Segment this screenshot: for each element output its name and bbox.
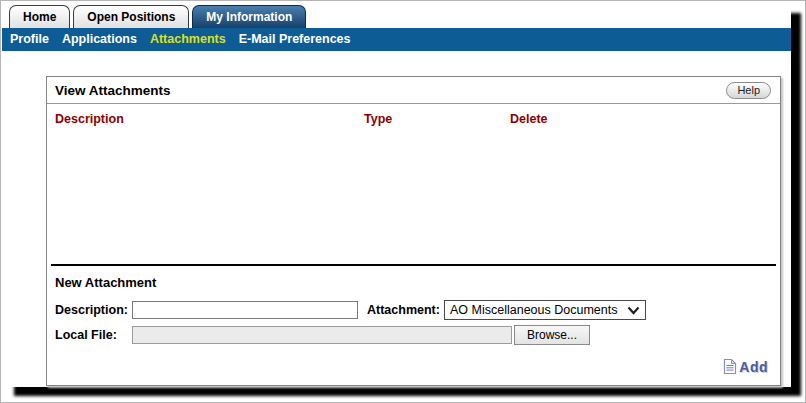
chevron-down-icon xyxy=(627,306,640,315)
local-file-field[interactable] xyxy=(132,326,512,344)
tab-home[interactable]: Home xyxy=(9,5,70,28)
help-button[interactable]: Help xyxy=(726,82,771,99)
attachment-select[interactable]: AO Miscellaneous Documents xyxy=(444,300,646,320)
attachment-label: Attachment: xyxy=(367,303,444,317)
column-header-description: Description xyxy=(55,112,364,126)
tab-open-positions[interactable]: Open Positions xyxy=(73,5,189,28)
top-tab-bar: Home Open Positions My Information xyxy=(2,2,791,28)
description-input[interactable] xyxy=(132,301,358,319)
view-attachments-panel: View Attachments Help Description Type D… xyxy=(46,76,781,386)
nav-item-applications[interactable]: Applications xyxy=(62,28,137,51)
column-header-delete: Delete xyxy=(510,112,772,126)
sub-nav-bar: Profile Applications Attachments E-Mail … xyxy=(2,28,791,51)
add-button-label: Add xyxy=(739,359,768,375)
nav-item-attachments[interactable]: Attachments xyxy=(150,28,226,51)
attachments-table-body-empty xyxy=(47,132,780,264)
add-row: Add xyxy=(47,348,780,385)
add-button[interactable]: Add xyxy=(723,358,768,375)
description-label: Description: xyxy=(55,303,132,317)
tab-my-information[interactable]: My Information xyxy=(192,5,306,28)
document-icon xyxy=(723,358,737,375)
description-row: Description: Attachment: AO Miscellaneou… xyxy=(47,298,780,323)
attachments-table-header: Description Type Delete xyxy=(47,104,780,132)
app-window: Home Open Positions My Information Profi… xyxy=(2,2,791,387)
new-attachment-title: New Attachment xyxy=(47,266,780,298)
attachment-select-value: AO Miscellaneous Documents xyxy=(450,303,617,317)
screenshot-frame: Home Open Positions My Information Profi… xyxy=(0,0,806,403)
local-file-row: Local File: Browse... xyxy=(47,323,780,348)
local-file-label: Local File: xyxy=(55,328,132,342)
column-header-type: Type xyxy=(364,112,510,126)
panel-title: View Attachments xyxy=(55,83,171,98)
nav-item-email-preferences[interactable]: E-Mail Preferences xyxy=(239,28,351,51)
nav-item-profile[interactable]: Profile xyxy=(10,28,49,51)
panel-header: View Attachments Help xyxy=(47,77,780,104)
browse-button[interactable]: Browse... xyxy=(514,325,590,345)
